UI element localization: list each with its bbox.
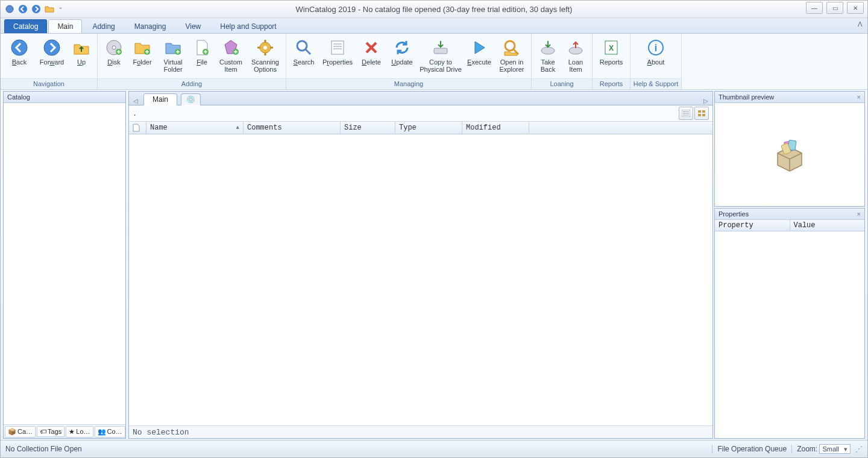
forward-icon (42, 38, 61, 57)
grid-body[interactable] (129, 134, 712, 425)
close-panel-icon[interactable]: × (857, 92, 861, 102)
update-button[interactable]: Update (388, 36, 417, 67)
svg-rect-39 (698, 114, 701, 116)
titlebar: ⁼ WinCatalog 2019 - No catalog file open… (1, 1, 867, 18)
tab-view[interactable]: View (176, 19, 210, 33)
virtual-folder-icon (163, 38, 183, 57)
zoom-select[interactable]: Small (819, 444, 851, 454)
refresh-icon (392, 38, 412, 57)
folder-button[interactable]: Folder (129, 36, 156, 67)
properties-button[interactable]: Properties (320, 36, 355, 67)
group-label: Navigation (1, 78, 97, 89)
tab-catalog[interactable]: Catalog (4, 19, 47, 33)
disk-button[interactable]: Disk (101, 36, 127, 67)
copy-to-drive-button[interactable]: Copy to Physical Drive (419, 36, 462, 75)
delete-icon (362, 38, 381, 57)
play-icon (470, 38, 489, 57)
resize-grip-icon[interactable]: ⋰ (855, 445, 863, 453)
qat-back-icon[interactable] (17, 4, 28, 14)
catalog-panel-header: Catalog (4, 92, 125, 103)
view-thumb-button[interactable] (694, 107, 709, 120)
path-bar: . (129, 105, 712, 122)
app-icon (4, 4, 15, 14)
zoom-label: Zoom: (797, 445, 817, 453)
left-tab-tags[interactable]: 🏷Tags (37, 426, 64, 437)
group-label: Reports (593, 78, 630, 89)
left-tab-contacts[interactable]: 👥Co… (95, 426, 125, 438)
tab-main[interactable]: Main (48, 19, 82, 33)
about-button[interactable]: iAbout (634, 36, 678, 67)
selection-status: No selection (129, 425, 712, 438)
left-tab-locations[interactable]: ★Lo… (66, 426, 93, 438)
doc-tab-new[interactable]: 💿 (181, 93, 201, 105)
ribbon-group-adding: Disk Folder Virtual Folder File Custom I… (98, 34, 286, 89)
forward-button[interactable]: Forward (37, 36, 67, 67)
col-value[interactable]: Value (790, 220, 865, 231)
open-explorer-button[interactable]: Open in Explorer (496, 36, 527, 75)
left-tabstrip: 📦Ca… 🏷Tags ★Lo… 👥Co… (4, 424, 125, 438)
qat-folder-icon[interactable] (44, 4, 55, 14)
minimize-button[interactable]: — (806, 2, 823, 14)
col-spacer (529, 122, 712, 134)
close-panel-icon[interactable]: × (857, 209, 861, 219)
virtual-folder-button[interactable]: Virtual Folder (158, 36, 188, 75)
col-type[interactable]: Type (395, 122, 462, 134)
take-back-button[interactable]: Take Back (535, 36, 561, 75)
gear-icon (256, 38, 275, 57)
search-button[interactable]: Search (290, 36, 318, 67)
view-list-button[interactable] (679, 107, 693, 120)
qat-dropdown-icon[interactable]: ⁼ (57, 4, 63, 14)
file-operation-queue[interactable]: File Operation Queue (712, 445, 787, 453)
col-modified[interactable]: Modified (462, 122, 529, 134)
loan-item-button[interactable]: Loan Item (563, 36, 588, 75)
col-comments[interactable]: Comments (244, 122, 341, 134)
qat-forward-icon[interactable] (31, 4, 42, 14)
custom-item-button[interactable]: Custom Item (216, 36, 246, 75)
svg-point-18 (297, 41, 307, 51)
catalog-tab-icon: 📦 (8, 428, 16, 436)
col-size[interactable]: Size (341, 122, 395, 134)
properties-icon (328, 38, 347, 57)
col-property[interactable]: Property (715, 220, 790, 231)
tab-help[interactable]: Help and Support (211, 19, 285, 33)
custom-item-icon (221, 38, 241, 57)
back-icon (10, 38, 29, 57)
back-button[interactable]: Back (4, 36, 34, 67)
scanning-options-button[interactable]: Scanning Options (248, 36, 282, 75)
doc-tab-main[interactable]: Main (143, 93, 177, 105)
col-icon[interactable] (129, 122, 146, 134)
document-tabs: ◁ Main 💿 ▷ (128, 91, 713, 105)
quick-access-toolbar: ⁼ (1, 4, 67, 14)
svg-point-25 (505, 41, 515, 51)
close-button[interactable]: ✕ (847, 2, 864, 14)
delete-button[interactable]: Delete (357, 36, 385, 67)
svg-text:X: X (609, 44, 614, 52)
tab-scroll-right-icon[interactable]: ▷ (702, 96, 710, 105)
tab-managing[interactable]: Managing (125, 19, 175, 33)
status-text: No Collection File Open (5, 445, 82, 453)
catalog-tree[interactable] (4, 103, 125, 424)
up-button[interactable]: Up (69, 36, 93, 67)
document-body: . Name▲ Comments Size Type Modified (128, 105, 713, 439)
grid-header: Name▲ Comments Size Type Modified (129, 122, 712, 134)
tags-tab-icon: 🏷 (40, 428, 46, 435)
left-tab-catalog[interactable]: 📦Ca… (5, 426, 36, 438)
properties-body[interactable] (715, 231, 864, 438)
copy-drive-icon (431, 38, 450, 57)
col-name[interactable]: Name▲ (146, 122, 244, 134)
loan-icon (566, 38, 585, 57)
execute-button[interactable]: Execute (465, 36, 494, 67)
group-label: Adding (98, 78, 286, 89)
app-window: ⁼ WinCatalog 2019 - No catalog file open… (0, 0, 868, 458)
tab-adding[interactable]: Adding (83, 19, 124, 33)
tab-scroll-left-icon[interactable]: ◁ (131, 96, 140, 105)
ribbon: Back Forward Up Navigation Disk Folder V… (1, 34, 867, 90)
file-button[interactable]: File (190, 36, 213, 67)
cd-icon: 💿 (186, 95, 195, 104)
thumbnail-panel: Thumbnail preview× (714, 91, 865, 207)
maximize-button[interactable]: ▭ (826, 2, 843, 14)
reports-button[interactable]: XReports (596, 36, 626, 67)
svg-point-0 (6, 5, 13, 13)
ribbon-collapse-icon[interactable]: ᐱ (858, 20, 863, 28)
svg-point-1 (19, 5, 27, 13)
